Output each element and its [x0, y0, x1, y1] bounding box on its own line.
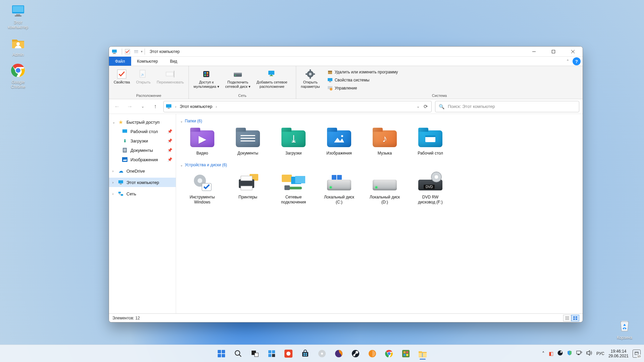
side-documents[interactable]: Документы📌 — [118, 145, 176, 155]
folder-downloads[interactable]: ⤓Загрузки — [272, 127, 315, 157]
sidebar: ⌄ ★ Быстрый доступ Рабочий стол📌 ⬇Загруз… — [109, 114, 176, 313]
chevron-right-icon[interactable]: › — [112, 181, 117, 184]
play-icon: ▶ — [190, 130, 214, 147]
desktop-icon-this-pc[interactable]: Этот компьютер — [3, 3, 34, 29]
ribbon-collapse-icon[interactable]: ⌃ — [563, 57, 572, 66]
ribbon-properties[interactable]: Свойства — [111, 67, 132, 86]
side-this-pc[interactable]: › Этот компьютер — [109, 178, 176, 187]
side-desktop[interactable]: Рабочий стол📌 — [118, 127, 176, 136]
minimize-button[interactable] — [524, 47, 544, 57]
help-button[interactable]: ? — [573, 57, 581, 65]
refresh-button[interactable]: ⟳ — [424, 104, 428, 110]
svg-point-88 — [286, 352, 290, 356]
taskbar-taskview[interactable] — [248, 347, 262, 361]
qa-properties-icon[interactable] — [124, 48, 131, 55]
taskbar-widgets[interactable] — [265, 347, 279, 361]
side-network[interactable]: › Сеть — [109, 189, 176, 198]
folder-music[interactable]: ♪Музыка — [363, 127, 406, 157]
ribbon-manage[interactable]: Управление — [326, 85, 399, 92]
side-quick-access[interactable]: ⌄ ★ Быстрый доступ — [109, 117, 176, 127]
address-bar[interactable]: › Этот компьютер › ⌄ ⟳ — [163, 101, 432, 112]
nav-history[interactable]: ⌄ — [138, 102, 147, 111]
tray-app-icon[interactable]: ◧ — [549, 351, 553, 357]
chevron-right-icon[interactable]: › — [175, 105, 176, 109]
side-downloads[interactable]: ⬇Загрузки📌 — [118, 136, 176, 145]
drive-network-connections[interactable]: Сетевые подключения — [272, 171, 315, 206]
taskbar-explorer[interactable] — [416, 347, 430, 361]
side-onedrive[interactable]: › ☁ OneDrive — [109, 166, 176, 176]
folder-video[interactable]: ▶Видео — [181, 127, 224, 157]
tab-view[interactable]: Вид — [164, 57, 183, 66]
tray-network-icon[interactable] — [576, 351, 582, 356]
tab-computer[interactable]: Компьютер — [131, 57, 164, 66]
taskbar-app-orange[interactable] — [365, 347, 379, 361]
folder-documents[interactable]: Документы — [226, 127, 269, 157]
section-folders-header[interactable]: ⌄Папки (6) — [179, 117, 583, 125]
ribbon-open-settings[interactable]: Открыть параметры — [298, 67, 323, 90]
view-details-button[interactable] — [563, 315, 571, 321]
qa-folder-icon[interactable] — [133, 48, 140, 55]
taskbar-chrome[interactable] — [382, 347, 396, 361]
svg-rect-47 — [122, 129, 127, 133]
svg-point-4 — [16, 42, 20, 46]
breadcrumb[interactable]: Этот компьютер — [180, 104, 212, 109]
chevron-right-icon[interactable]: › — [112, 169, 117, 173]
svg-rect-1 — [13, 6, 23, 12]
taskbar-store[interactable] — [298, 347, 312, 361]
tray-volume-icon[interactable] — [586, 350, 592, 357]
svg-rect-105 — [404, 351, 406, 353]
nav-forward[interactable]: → — [125, 102, 135, 111]
ribbon-add-network[interactable]: Добавить сетевое расположение — [254, 67, 290, 90]
ribbon-map-drive[interactable]: Подключить сетевой диск ▾ — [223, 67, 253, 90]
desktop-icon-admin[interactable]: Admin — [3, 35, 34, 57]
folder-desktop[interactable]: Рабочий стол — [409, 127, 452, 157]
svg-rect-22 — [203, 71, 209, 77]
ribbon-media-access[interactable]: Доступ к мультимедиа ▾ — [191, 67, 222, 90]
chevron-right-icon[interactable]: › — [112, 192, 117, 196]
drive-dvd[interactable]: DVDDVD RW дисковод (F:) — [409, 171, 452, 206]
ribbon-system-properties[interactable]: Свойства системы — [326, 77, 399, 83]
chevron-right-icon[interactable]: › — [216, 105, 217, 109]
chevron-down-icon: ⌄ — [180, 119, 183, 123]
svg-rect-45 — [166, 104, 171, 108]
cloud-icon: ☁ — [118, 168, 124, 174]
search-box[interactable]: 🔍 — [435, 101, 579, 112]
desktop-icon-chrome[interactable]: Google Chrome — [3, 62, 34, 89]
drive-local-d[interactable]: Локальный диск (D:) — [363, 171, 406, 206]
start-button[interactable] — [214, 347, 228, 361]
taskbar-steam[interactable] — [348, 347, 363, 361]
recycle-icon — [616, 318, 633, 334]
nav-back[interactable]: ← — [112, 102, 122, 111]
desktop-icon-recycle-bin[interactable]: Корзина — [609, 318, 640, 340]
taskbar-app-disc[interactable] — [315, 347, 329, 361]
tab-file[interactable]: Файл — [109, 57, 131, 66]
taskbar-firefox[interactable] — [332, 347, 346, 361]
svg-rect-65 — [241, 176, 252, 181]
taskbar-search[interactable] — [231, 347, 245, 361]
star-icon: ★ — [118, 119, 124, 125]
ribbon-uninstall-program[interactable]: Удалить или изменить программу — [326, 69, 399, 75]
tray-clock[interactable]: 19:46:14 29.06.2021 — [608, 349, 629, 358]
svg-rect-49 — [123, 149, 126, 149]
tray-notifications[interactable] — [633, 350, 641, 358]
section-drives-header[interactable]: ⌄Устройства и диски (6) — [179, 161, 583, 169]
titlebar[interactable]: ▾ Этот компьютер — [109, 47, 583, 57]
taskbar-app-1[interactable] — [281, 347, 296, 361]
tray-overflow[interactable]: ˄ — [542, 351, 545, 357]
nav-up[interactable]: ↑ — [151, 102, 160, 111]
view-icons-button[interactable] — [571, 315, 579, 321]
drive-printers[interactable]: Принтеры — [226, 171, 269, 206]
tray-language[interactable]: РУС — [596, 351, 604, 356]
side-pictures[interactable]: Изображения📌 — [118, 155, 176, 164]
address-dropdown[interactable]: ⌄ — [417, 104, 420, 109]
search-input[interactable] — [448, 104, 576, 109]
drive-windows-tools[interactable]: Инструменты Windows — [181, 171, 224, 206]
tray-security-icon[interactable] — [567, 350, 572, 357]
maximize-button[interactable] — [544, 47, 563, 57]
folder-pictures[interactable]: Изображения — [318, 127, 361, 157]
tray-steam-icon[interactable] — [557, 350, 563, 357]
close-button[interactable] — [563, 47, 583, 57]
taskbar-app-3[interactable] — [399, 347, 413, 361]
drive-local-c[interactable]: Локальный диск (C:) — [318, 171, 361, 206]
chevron-down-icon[interactable]: ⌄ — [112, 120, 117, 124]
